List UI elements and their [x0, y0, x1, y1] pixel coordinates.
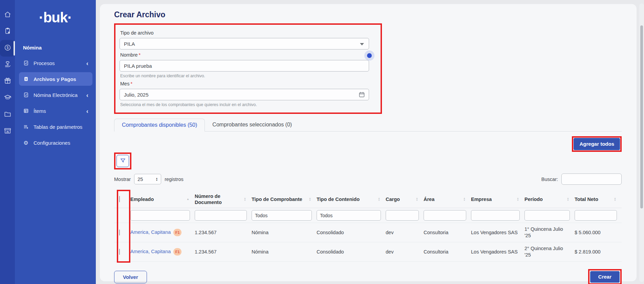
select-all-checkbox[interactable]	[119, 196, 120, 202]
column-header-empleado[interactable]: Empleado▲	[130, 196, 195, 202]
nombre-input[interactable]	[120, 60, 369, 72]
tab-comprobantes-seleccionados[interactable]: Comprobantes seleccionados (0)	[205, 119, 299, 131]
column-header-periodo[interactable]: Período▲▼	[524, 196, 575, 202]
filter-documento-input[interactable]	[195, 210, 247, 221]
sidebar-item-label: Configuraciones	[34, 140, 88, 146]
filter-periodo-input[interactable]	[524, 210, 570, 221]
filter-row	[114, 153, 622, 169]
sidebar-item-configuraciones[interactable]: ⚙ Configuraciones	[19, 136, 92, 149]
table-header-row: Empleado▲ Número de Documento▲▼ Tipo de …	[114, 191, 622, 208]
sort-asc-icon: ▲	[187, 198, 189, 200]
search-input[interactable]	[561, 174, 622, 185]
cell-documento: 1.234.567	[195, 229, 252, 236]
crear-button[interactable]: Crear	[590, 271, 620, 283]
column-header-total-neto[interactable]: Total Neto▲▼	[575, 196, 622, 202]
rail-training[interactable]	[0, 90, 15, 106]
table-filter-row: Todos Todos	[114, 208, 622, 223]
scrollbar-thumb[interactable]	[640, 25, 643, 208]
cell-cargo: dev	[386, 249, 424, 255]
comprobantes-tabbar: Comprobantes disponibles (50) Comprobant…	[114, 119, 622, 131]
nombre-label: Nombre*	[120, 52, 375, 58]
filter-tipo-contenido-select[interactable]: Todos	[317, 210, 381, 221]
cell-cargo: dev	[386, 229, 424, 236]
agregar-todos-button[interactable]: Agregar todos	[574, 138, 620, 150]
column-header-tipo-comprobante[interactable]: Tipo de Comprobante▲▼	[252, 196, 317, 202]
cell-empresa: Los Vengadores SAS	[471, 229, 524, 236]
file-form-annotation: Tipo de archivo PILA Nombre* Escribe un …	[114, 23, 382, 114]
column-header-cargo[interactable]: Cargo▲▼	[386, 196, 424, 202]
cell-empresa: Los Vengadores SAS	[471, 249, 524, 255]
filter-cargo-input[interactable]	[386, 210, 419, 221]
sidebar-item-archivos-y-pagos[interactable]: s Archivos y Pagos	[19, 72, 92, 86]
employee-badge: F1	[173, 229, 181, 236]
cell-documento: 1.234.567	[195, 249, 252, 255]
rail-gift[interactable]	[0, 73, 15, 90]
filter-empleado-input[interactable]	[130, 210, 190, 221]
home-icon	[4, 11, 12, 20]
employee-link[interactable]: America, Capitana	[130, 229, 171, 235]
search-area: Buscar:	[541, 174, 622, 185]
clipboard-icon	[4, 27, 12, 36]
sort-icon: ▲▼	[416, 197, 418, 201]
filter-button[interactable]	[116, 155, 129, 167]
column-header-area[interactable]: Área▲▼	[424, 196, 471, 202]
chevron-left-icon: ‹	[86, 108, 88, 114]
sidebar-item-nomina-electronica[interactable]: Nómina Electrónica ‹	[19, 88, 92, 102]
filter-area-input[interactable]	[424, 210, 466, 221]
column-header-empresa[interactable]: Empresa▲▼	[471, 196, 524, 202]
required-asterisk: *	[139, 52, 141, 58]
crear-annotation: Crear	[588, 269, 622, 284]
sidebar-item-items[interactable]: Ítems ‹	[19, 104, 92, 118]
mes-group: Mes* Julio, 2025 Selecciona el mes de lo…	[120, 81, 375, 107]
filter-empresa-input[interactable]	[471, 210, 520, 221]
rail-documents[interactable]	[0, 106, 15, 123]
cell-tipo-comprobante: Nómina	[252, 229, 317, 236]
filter-tipo-comprobante-select[interactable]: Todos	[252, 210, 312, 221]
sidebar-item-label: Tablas de parámetros	[34, 124, 88, 130]
sidebar-item-label: Ítems	[34, 108, 86, 114]
tab-comprobantes-disponibles[interactable]: Comprobantes disponibles (50)	[114, 119, 205, 131]
cell-tipo-contenido: Consolidado	[317, 249, 386, 255]
rail-payroll[interactable]: $	[0, 40, 15, 57]
buk-logo: ·buk·	[15, 9, 96, 26]
document-s-icon: s	[23, 76, 29, 82]
sort-icon: ▲▼	[517, 197, 519, 201]
mes-help-text: Selecciona el mes de los comprobantes qu…	[120, 102, 375, 107]
filter-total-neto-input[interactable]	[575, 210, 617, 221]
sort-icon: ▲▼	[309, 197, 311, 201]
rail-tasks[interactable]	[0, 23, 15, 40]
mes-picker[interactable]: Julio, 2025	[120, 89, 369, 100]
search-label: Buscar:	[541, 177, 558, 182]
rail-marketplace[interactable]	[0, 123, 15, 140]
storefront-icon	[4, 127, 12, 136]
row-checkbox[interactable]	[119, 229, 120, 236]
column-header-tipo-contenido[interactable]: Tipo de Contenido▲▼	[317, 196, 386, 202]
main-area: Crear Archivo Tipo de archivo PILA Nombr…	[96, 0, 644, 284]
calendar-icon	[358, 91, 365, 98]
cell-area: Consultoria	[424, 229, 471, 236]
required-asterisk: *	[130, 81, 132, 86]
funnel-icon	[120, 157, 126, 165]
svg-text:s: s	[25, 77, 27, 81]
cell-area: Consultoria	[424, 249, 471, 255]
table-row: America, CapitanaF1 1.234.567 Nómina Con…	[114, 223, 622, 242]
tipo-de-archivo-select[interactable]: PILA	[120, 38, 369, 49]
sidebar-item-tablas-de-parametros[interactable]: Tablas de parámetros	[19, 120, 92, 134]
rail-home[interactable]	[0, 7, 15, 23]
sidebar-item-label: Procesos	[34, 60, 86, 66]
sidebar-item-procesos[interactable]: Procesos ‹	[19, 56, 92, 70]
icon-rail: $	[0, 0, 15, 284]
sidebar-item-label: Nómina Electrónica	[34, 92, 86, 98]
document-check-icon	[23, 92, 29, 98]
page-size-select[interactable]: 25 ▲▼	[134, 174, 161, 184]
column-header-numero-documento[interactable]: Número de Documento▲▼	[195, 193, 252, 205]
volver-button[interactable]: Volver	[114, 271, 147, 283]
gift-icon	[4, 77, 12, 86]
row-checkbox[interactable]	[119, 249, 120, 255]
sort-icon: ▲▼	[463, 197, 466, 201]
add-all-annotation: Agregar todos	[572, 136, 622, 152]
cell-periodo: 1° Quincena Julio '25	[524, 226, 575, 239]
employee-link[interactable]: America, Capitana	[130, 249, 171, 254]
table-row: America, CapitanaF1 1.234.567 Nómina Con…	[114, 242, 622, 262]
rail-benefits[interactable]	[0, 57, 15, 73]
